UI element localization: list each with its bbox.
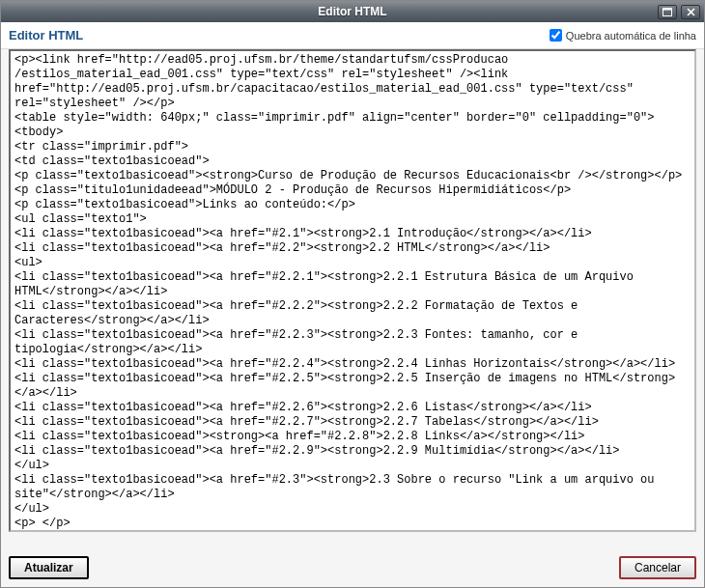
window-title: Editor HTML — [5, 5, 700, 18]
toolbar: Editor HTML Quebra automática de linha — [1, 22, 704, 49]
close-button[interactable] — [681, 5, 700, 19]
word-wrap-checkbox[interactable] — [550, 29, 562, 42]
html-source-textarea[interactable] — [9, 49, 696, 532]
word-wrap-toggle[interactable]: Quebra automática de linha — [550, 29, 696, 42]
maximize-button[interactable] — [658, 5, 677, 19]
svg-rect-1 — [663, 8, 672, 10]
maximize-icon — [663, 8, 672, 16]
window-controls — [658, 5, 700, 19]
titlebar: Editor HTML — [1, 1, 704, 22]
editor-area — [9, 49, 696, 546]
word-wrap-label: Quebra automática de linha — [566, 30, 696, 42]
editor-window: Editor HTML Editor HTML Quebra automátic… — [0, 0, 705, 588]
editor-title: Editor HTML — [9, 28, 83, 42]
close-icon — [687, 8, 695, 16]
update-button[interactable]: Atualizar — [9, 556, 89, 579]
cancel-button[interactable]: Cancelar — [619, 556, 696, 579]
footer: Atualizar Cancelar — [1, 550, 704, 587]
